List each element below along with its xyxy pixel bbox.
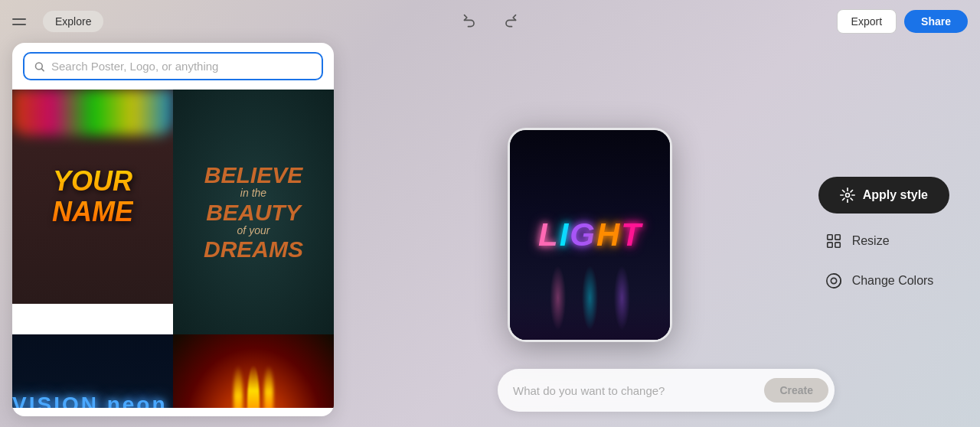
export-button[interactable]: Export <box>837 9 897 34</box>
svg-rect-3 <box>827 235 831 240</box>
template-item-vision[interactable]: VISION neon poster <box>12 334 173 408</box>
undo-button[interactable] <box>458 9 482 34</box>
search-input[interactable] <box>51 60 312 73</box>
share-button[interactable]: Share <box>904 10 968 33</box>
template-item-your-name[interactable]: YOURNAME <box>12 90 173 304</box>
neon-letter-L: L <box>538 219 558 251</box>
svg-line-1 <box>41 68 44 70</box>
resize-label: Resize <box>852 234 890 248</box>
svg-rect-4 <box>835 235 839 240</box>
neon-letter-G: G <box>570 219 595 251</box>
create-button[interactable]: Create <box>764 378 828 403</box>
explore-button[interactable]: Explore <box>43 11 103 32</box>
believe-text: BELIEVE in the BEAUTY of your DREAMS <box>198 156 309 268</box>
search-wrapper <box>23 52 323 80</box>
resize-action[interactable]: Resize <box>818 229 949 253</box>
top-right-controls: Export Share <box>837 9 968 34</box>
neon-light-text: L I G H T <box>538 219 641 251</box>
template-item-believe[interactable]: BELIEVE in the BEAUTY of your DREAMS <box>173 90 334 334</box>
neon-letter-I: I <box>560 219 569 251</box>
prompt-container: Create <box>498 369 835 412</box>
apply-style-button[interactable]: Apply style <box>818 177 949 214</box>
prompt-input[interactable] <box>513 384 755 397</box>
change-colors-label: Change Colors <box>852 274 934 288</box>
template-grid: YOURNAME BELIEVE in the BEAUTY of your D… <box>12 90 334 408</box>
redo-button[interactable] <box>498 9 522 34</box>
change-colors-action[interactable]: Change Colors <box>818 269 949 293</box>
svg-rect-5 <box>827 243 831 247</box>
vision-text: VISION neon poster <box>12 393 173 408</box>
top-center-controls <box>458 9 522 34</box>
neon-letter-T: T <box>621 219 641 251</box>
canvas-card[interactable]: L I G H T <box>508 128 672 342</box>
bottom-bar: Create <box>352 369 980 412</box>
top-bar: Explore Export Share <box>0 0 980 43</box>
svg-point-8 <box>831 278 836 283</box>
neon-letter-H: H <box>596 219 619 251</box>
svg-rect-6 <box>835 243 839 247</box>
your-name-text: YOURNAME <box>52 166 133 227</box>
template-item-fire[interactable] <box>173 334 334 408</box>
menu-icon[interactable] <box>12 9 37 34</box>
apply-style-icon <box>840 187 855 203</box>
canvas-inner: L I G H T <box>510 130 670 340</box>
resize-icon <box>825 232 843 250</box>
right-panel: Apply style Resize Change <box>818 177 949 293</box>
search-icon <box>34 60 45 73</box>
svg-point-2 <box>845 194 849 197</box>
sidebar-panel: YOURNAME BELIEVE in the BEAUTY of your D… <box>12 43 334 416</box>
change-colors-icon <box>825 272 843 290</box>
